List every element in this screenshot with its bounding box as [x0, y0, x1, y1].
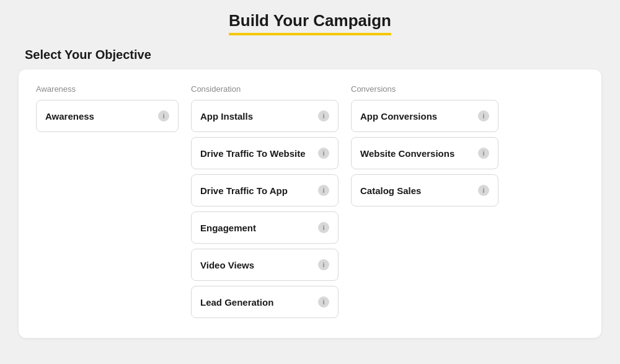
page-title-container: Build Your Campaign: [229, 11, 391, 35]
column-awareness: AwarenessAwarenessi: [36, 84, 179, 137]
info-icon-consideration-4[interactable]: i: [318, 259, 329, 270]
option-btn-consideration-1[interactable]: Drive Traffic To Websitei: [191, 137, 339, 169]
column-header-conversions: Conversions: [351, 84, 498, 94]
info-icon-conversions-1[interactable]: i: [478, 148, 489, 159]
info-icon-consideration-5[interactable]: i: [318, 296, 329, 308]
option-label-consideration-2: Drive Traffic To App: [200, 185, 288, 196]
column-consideration: ConsiderationApp InstallsiDrive Traffic …: [191, 84, 339, 323]
info-icon-conversions-2[interactable]: i: [478, 185, 489, 196]
option-btn-consideration-5[interactable]: Lead Generationi: [191, 286, 339, 318]
info-icon-awareness-0[interactable]: i: [158, 110, 169, 122]
option-label-conversions-0: App Conversions: [360, 111, 437, 122]
info-icon-consideration-3[interactable]: i: [318, 222, 329, 233]
column-conversions: ConversionsApp ConversionsiWebsite Conve…: [351, 84, 498, 211]
option-label-conversions-1: Website Conversions: [360, 148, 454, 159]
option-label-consideration-1: Drive Traffic To Website: [200, 148, 306, 159]
option-label-consideration-3: Engagement: [200, 223, 256, 233]
option-btn-consideration-4[interactable]: Video Viewsi: [191, 249, 339, 281]
option-label-consideration-0: App Installs: [200, 111, 253, 122]
option-label-awareness-0: Awareness: [45, 111, 94, 122]
option-label-consideration-5: Lead Generation: [200, 297, 273, 308]
info-icon-consideration-1[interactable]: i: [318, 148, 329, 159]
column-header-awareness: Awareness: [36, 84, 179, 94]
info-icon-consideration-2[interactable]: i: [318, 185, 329, 196]
option-btn-awareness-0[interactable]: Awarenessi: [36, 100, 179, 132]
option-btn-consideration-3[interactable]: Engagementi: [191, 211, 339, 244]
objective-card: AwarenessAwarenessiConsiderationApp Inst…: [19, 69, 601, 338]
option-btn-consideration-2[interactable]: Drive Traffic To Appi: [191, 174, 339, 206]
objective-columns: AwarenessAwarenessiConsiderationApp Inst…: [36, 84, 584, 323]
option-label-consideration-4: Video Views: [200, 260, 254, 270]
option-btn-conversions-2[interactable]: Catalog Salesi: [351, 174, 498, 206]
section-label: Select Your Objective: [25, 48, 151, 62]
option-btn-conversions-1[interactable]: Website Conversionsi: [351, 137, 498, 169]
info-icon-conversions-0[interactable]: i: [478, 110, 489, 122]
option-label-conversions-2: Catalog Sales: [360, 185, 421, 196]
info-icon-consideration-0[interactable]: i: [318, 110, 329, 122]
option-btn-consideration-0[interactable]: App Installsi: [191, 100, 339, 132]
option-btn-conversions-0[interactable]: App Conversionsi: [351, 100, 498, 132]
page-title: Build Your Campaign: [229, 11, 391, 35]
column-header-consideration: Consideration: [191, 84, 339, 94]
